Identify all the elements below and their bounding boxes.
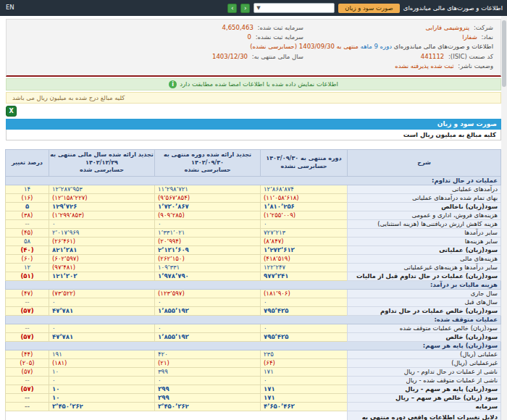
cell-value: ۱۷۱: [264, 394, 275, 401]
cell-value: (۱۶): [22, 194, 33, 201]
registered-capital-label: سرمایه ثبت شده:: [258, 24, 303, 31]
cell-value: ۱٬۸۵۵٬۱۹۳: [158, 333, 189, 340]
value-cell: (۱۶): [6, 194, 49, 203]
value-cell: --: [6, 377, 49, 385]
isic-label: کد صنعت (ISIC):: [448, 53, 493, 60]
section-row-label: عملیات متوقف شده:: [6, 316, 501, 324]
cell-value: ۱۰: [52, 394, 59, 401]
company-info-panel: شرکت: پتروشیمی فارابی سرمایه ثبت شده: 4,…: [6, 19, 501, 77]
cell-value: ۱۲٬۸۶۸٬۸۷۴: [264, 185, 294, 193]
page: { "topbar": { "lang": "EN", "title": "اط…: [0, 0, 507, 420]
symbol-label: نماد:: [481, 33, 493, 41]
value-cell: ۵: [6, 203, 49, 211]
value-cell: ۱۰۹٬۳۳۱: [155, 264, 261, 272]
value-cell: ۱۲۱٬۳۰۳: [49, 272, 155, 281]
statement-table: شرح دوره منتهی به ۱۴۰۳/۰۹/۳۰ حسابرسی نشد…: [5, 149, 501, 420]
table-row: بهای تمام شده درآمدهای عملیاتی(۱۱٬۰۵۸٬۶۱…: [6, 194, 501, 203]
row-label: سود(زیان) عملیاتی: [348, 246, 501, 255]
cell-value: ۱٬۸۱۰٬۲۵۶: [264, 203, 295, 210]
row-label: سایر درآمدها و هزینه‌های غیرعملیاتی: [348, 264, 501, 272]
table-row: سایر درآمدها و هزینه‌های غیرعملیاتی۱۲۲٬۲…: [6, 264, 501, 272]
cell-value: ۱۲۱٬۳۰۳: [52, 272, 77, 280]
row-label: سود (زیان) خالص هر سهم – ریال: [348, 394, 501, 403]
col-header-year: تجدید ارائه شده سال مالی منتهی به ۱۴۰۲/۱…: [49, 149, 155, 176]
cell-value: (۱۸۱٬۹۰۶): [264, 290, 290, 297]
cell-value: ۳۹۹: [158, 385, 169, 392]
value-cell: (۹۰۹٬۲۸۵): [155, 211, 261, 220]
value-cell: (۲۰۵): [6, 359, 49, 368]
cell-value: (۸٬۸۴۷): [264, 238, 284, 245]
cell-value: ۴۷٬۷۸۱: [52, 307, 73, 314]
cell-value: (۹۷٬۴۸۱): [52, 264, 75, 271]
prev-statement-button[interactable]: ‹: [240, 4, 250, 13]
value-cell: ۹۷۷٬۳۴۱: [261, 272, 348, 281]
cell-value: ۱٬۷۳۰٬۸۶۷: [158, 203, 189, 210]
row-label: عملیاتی (ریال): [348, 350, 501, 359]
signed-match-notice: اطلاعات نمایش داده شده با اطلاعات امضا ش…: [6, 78, 501, 91]
value-cell: (۵۷): [6, 385, 49, 394]
table-row: دلایل تغییرات اطلاعات واقعی دوره منتهی ب…: [6, 411, 501, 420]
value-cell: ۱٬۷۳۰٬۸۶۷: [155, 203, 261, 211]
value-cell: (۹۷٬۴۸۱): [49, 264, 155, 272]
publisher-status-value: ثبت شده پذیرفته نشده: [395, 62, 453, 70]
cell-value: ۱۹۱: [52, 350, 62, 358]
excel-export-button[interactable]: X: [6, 106, 17, 117]
cell-value: (۱۲۳٬۵۹۷): [158, 290, 185, 297]
cell-value: ۳۹۹: [158, 394, 169, 401]
cell-value: (۵۷): [20, 333, 33, 340]
value-cell: (۳۸): [6, 211, 49, 220]
value-cell: (۲۰٬۹۹۴): [155, 238, 261, 246]
info-row: کد صنعت (ISIC): 441112 سال مالی منتهی به…: [14, 52, 493, 62]
value-cell: ۱۴: [6, 185, 49, 194]
statement-type-chip[interactable]: صورت سود و زیان: [338, 4, 400, 13]
table-row: سود(زیان) پایه هر سهم:: [6, 342, 501, 350]
cell-value: (۱۲٬۱۵۸٬۲۲۷): [52, 194, 88, 201]
table-row: سود(زیان) پایه هر سهم - ریال۱۷۱۳۹۹۱۰(۵۷): [6, 385, 501, 394]
value-cell: ۳٬۴۵۰٬۳۶۲: [155, 403, 261, 411]
value-cell: (۶۴): [261, 359, 348, 368]
cell-value: ۰: [158, 220, 162, 227]
cell-value: ۹۷۷٬۳۴۱: [264, 272, 288, 280]
value-cell: --: [6, 220, 49, 229]
cell-value: ۱٬۸۵۵٬۱۹۳: [158, 307, 189, 314]
cell-value: ۵: [25, 203, 29, 210]
value-cell: (۲۶٬۴۶۱): [49, 238, 155, 246]
value-cell: (۴۱۸٬۵۱۹): [261, 255, 348, 264]
row-label: سود(زیان) خالص عملیات متوقف شده: [348, 324, 501, 333]
statement-table-body: عملیات در حال تداوم:درآمدهای عملیاتی۱۲٬۸…: [6, 177, 501, 420]
registered-capital-value: 4,650,463: [222, 24, 254, 31]
cell-value: (۴۵): [22, 229, 33, 236]
scrollbar-thumb[interactable]: [502, 20, 506, 87]
statement-combobox[interactable]: ▼: [254, 3, 335, 13]
value-cell: ۰: [261, 220, 348, 229]
cell-value: ۱٬۹۷۸٬۷۹۰: [158, 272, 189, 280]
cell-value: (۱۱٬۰۵۸٬۶۱۸): [264, 194, 299, 201]
value-cell: ۰: [49, 324, 155, 333]
cell-value: (۵۱): [20, 272, 33, 280]
cell-value: --: [25, 394, 30, 401]
cell-value: --: [25, 324, 29, 332]
cell-value: (۲۶۲٬۱۵۰): [158, 255, 185, 262]
table-row: غیرعملیاتی (ریال)(۶۴)(۲۱)(۱۸۱)(۲۰۵): [6, 359, 501, 368]
cell-value: ۱۷۱: [264, 368, 274, 375]
next-statement-button[interactable]: ›: [227, 4, 237, 13]
cell-value: ۴۷٬۷۸۱: [52, 333, 73, 340]
value-cell: ۲٬۰۱۷٬۹۶۹: [49, 229, 155, 238]
value-cell: ۲٬۱۳۱٬۶۰۹: [155, 246, 261, 255]
info-row: وضعیت ناشر: ثبت شده پذیرفته نشده: [14, 62, 493, 71]
table-row: عملیات در حال تداوم:: [6, 177, 501, 185]
cell-value: ۲٬۱۳۱٬۶۰۹: [158, 246, 189, 253]
cell-value: (۴۷): [22, 290, 33, 297]
language-toggle[interactable]: EN: [6, 4, 14, 11]
cell-value: ۰: [52, 298, 56, 306]
value-cell: (۱۲۳٬۵۹۷): [155, 290, 261, 298]
table-row: سایر درآمدها۷۲۷٬۲۱۳۱٬۳۳۱٬۰۲۱۲٬۰۱۷٬۹۶۹(۴۵…: [6, 229, 501, 238]
value-cell: ۷۹۵٬۴۳۵: [261, 333, 348, 342]
cell-value: (۲۱): [158, 359, 169, 366]
row-label: سود(زیان) خالص عملیات در حال تداوم: [348, 307, 501, 316]
table-row: سال جاری(۱۸۱٬۹۰۶)(۱۲۳٬۵۹۷)(۷۳٬۵۲۲)(۴۷): [6, 290, 501, 298]
table-row: هزینه‌های مالی(۴۱۸٬۵۱۹)(۲۶۲٬۱۵۰)(۶۰۲٬۵۹۷…: [6, 255, 501, 264]
vertical-scrollbar[interactable]: [501, 16, 507, 420]
row-label: سال‌های قبل: [348, 298, 501, 307]
value-cell: ۳٬۴۵۰٬۳۶۲: [49, 403, 155, 411]
